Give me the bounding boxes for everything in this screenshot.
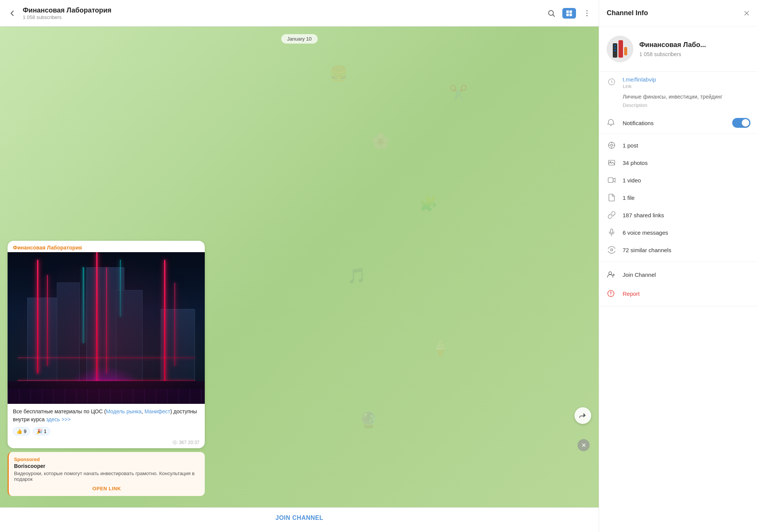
channels-icon — [607, 245, 617, 255]
message-time: 20:37 — [188, 440, 199, 445]
info-link-label: Link — [623, 83, 750, 89]
sponsored-title: Boriscooper — [14, 463, 199, 469]
link-manifest[interactable]: Манифест — [144, 408, 170, 414]
svg-point-5 — [587, 10, 588, 11]
svg-rect-2 — [570, 10, 572, 13]
link-model[interactable]: Модель рынка — [106, 408, 141, 414]
stat-label-photos: 34 photos — [623, 160, 750, 166]
svg-point-25 — [609, 272, 612, 275]
svg-point-7 — [587, 15, 588, 16]
svg-rect-11 — [618, 40, 623, 58]
info-description-label: Description — [623, 102, 750, 108]
channel-avatar — [607, 36, 633, 62]
info-panel-title: Channel Info — [607, 9, 648, 17]
stat-row-video[interactable]: 1 video — [599, 171, 758, 189]
views-icon — [172, 440, 177, 445]
stat-label-post: 1 post — [623, 142, 750, 149]
forward-button[interactable] — [574, 407, 591, 424]
join-channel-bar[interactable]: JOIN CHANNEL — [0, 507, 599, 532]
svg-point-24 — [610, 249, 613, 251]
svg-point-8 — [174, 442, 176, 443]
message-text: Все бесплатные материалы по ЦОС (Модель … — [8, 404, 205, 426]
info-link-row: t.me/finlabvip Link Личные финансы, инве… — [599, 72, 758, 113]
svg-rect-12 — [624, 47, 627, 55]
join-channel-icon — [607, 270, 617, 279]
sponsored-link[interactable]: OPEN LINK — [14, 486, 199, 491]
channel-subtitle: 1 058 subscribers — [23, 14, 547, 20]
channel-title: Финансовая Лаборатория — [23, 6, 547, 14]
messages-area: Финансовая Лаборатория — [0, 27, 599, 507]
stat-label-video: 1 video — [623, 177, 750, 184]
sponsored-text: Видеоуроки, которые помогут начать инвес… — [14, 471, 199, 482]
back-button[interactable] — [8, 9, 17, 18]
more-options-icon[interactable] — [583, 9, 591, 17]
notifications-toggle[interactable] — [732, 118, 750, 128]
sponsored-label: Sponsored — [14, 457, 199, 462]
reaction-thumbsup[interactable]: 👍 9 — [13, 427, 30, 435]
svg-rect-22 — [608, 178, 613, 183]
stat-row-channels[interactable]: 72 similar channels — [599, 241, 758, 259]
post-icon — [607, 140, 617, 150]
message-channel-name: Финансовая Лаборатория — [8, 241, 205, 252]
info-link-url[interactable]: t.me/finlabvip — [623, 76, 750, 83]
svg-rect-3 — [567, 13, 569, 16]
svg-point-13 — [614, 45, 616, 46]
chat-header: Финансовая Лаборатория 1 058 subscribers — [0, 0, 599, 27]
info-description: Личные финансы, инвестиции, трейдинг — [623, 93, 750, 101]
svg-point-14 — [614, 47, 616, 49]
join-channel-label: Join Channel — [623, 271, 656, 278]
report-action[interactable]: Report — [599, 284, 758, 303]
channel-header-info: Финансовая Лаборатория 1 058 subscribers — [23, 6, 547, 20]
stat-label-voice: 6 voice messages — [623, 229, 750, 236]
video-icon — [607, 175, 617, 185]
photos-icon — [607, 158, 617, 168]
message-card: Финансовая Лаборатория — [8, 241, 205, 448]
info-panel: Channel Info Финансовая Лабо... — [599, 0, 758, 532]
notifications-icon — [607, 119, 617, 127]
layout-toggle-icon[interactable] — [562, 8, 576, 19]
channel-profile: Финансовая Лабо... 1 058 subscribers — [599, 27, 758, 72]
svg-point-27 — [610, 295, 611, 295]
stat-row-file[interactable]: 1 file — [599, 189, 758, 206]
join-channel-action[interactable]: Join Channel — [599, 265, 758, 284]
header-actions — [547, 8, 591, 19]
chat-body: 🍔 ✂️ 🌸 🧩 🎵 🍦 🔮 January 10 Финансовая Лаб… — [0, 27, 599, 507]
stat-row-links[interactable]: 187 shared links — [599, 206, 758, 224]
link-here[interactable]: здесь >>> — [46, 416, 71, 422]
channel-logo-svg — [607, 36, 633, 62]
report-icon — [607, 289, 617, 298]
close-sponsored-button[interactable]: ✕ — [578, 439, 590, 451]
date-badge: January 10 — [281, 34, 317, 44]
svg-rect-1 — [567, 10, 569, 13]
message-meta: 367 20:37 — [172, 440, 199, 445]
notifications-label: Notifications — [623, 120, 726, 126]
message-reactions: 👍 9 🎉 1 — [8, 426, 205, 438]
svg-point-15 — [614, 50, 616, 52]
stat-label-links: 187 shared links — [623, 212, 750, 218]
close-info-button[interactable] — [743, 9, 750, 17]
toggle-thumb — [742, 119, 749, 127]
cyber-city-art — [8, 252, 205, 404]
search-icon[interactable] — [547, 9, 556, 17]
channel-subscribers: 1 058 subscribers — [639, 51, 750, 57]
report-label: Report — [623, 290, 640, 297]
stat-label-channels: 72 similar channels — [623, 247, 750, 253]
message-image — [8, 252, 205, 404]
svg-rect-4 — [570, 13, 572, 16]
action-section: Join Channel Report — [599, 262, 758, 306]
stat-row-photos[interactable]: 34 photos — [599, 154, 758, 171]
sponsored-card: Sponsored Boriscooper Видеоуроки, которы… — [8, 452, 205, 496]
file-icon — [607, 193, 617, 202]
stat-row-voice[interactable]: 6 voice messages — [599, 224, 758, 241]
info-icon — [607, 77, 617, 87]
reaction-party[interactable]: 🎉 1 — [33, 427, 50, 435]
view-count: 367 — [179, 440, 187, 445]
channel-name: Финансовая Лабо... — [639, 41, 750, 49]
stat-row-post[interactable]: 1 post — [599, 137, 758, 154]
channel-profile-info: Финансовая Лабо... 1 058 subscribers — [639, 41, 750, 57]
info-link-content: t.me/finlabvip Link Личные финансы, инве… — [623, 76, 750, 108]
svg-point-17 — [611, 82, 612, 82]
chat-panel: Финансовая Лаборатория 1 058 subscribers — [0, 0, 599, 532]
stats-section: 1 post 34 photos 1 video 1 file — [599, 133, 758, 262]
info-header: Channel Info — [599, 0, 758, 27]
